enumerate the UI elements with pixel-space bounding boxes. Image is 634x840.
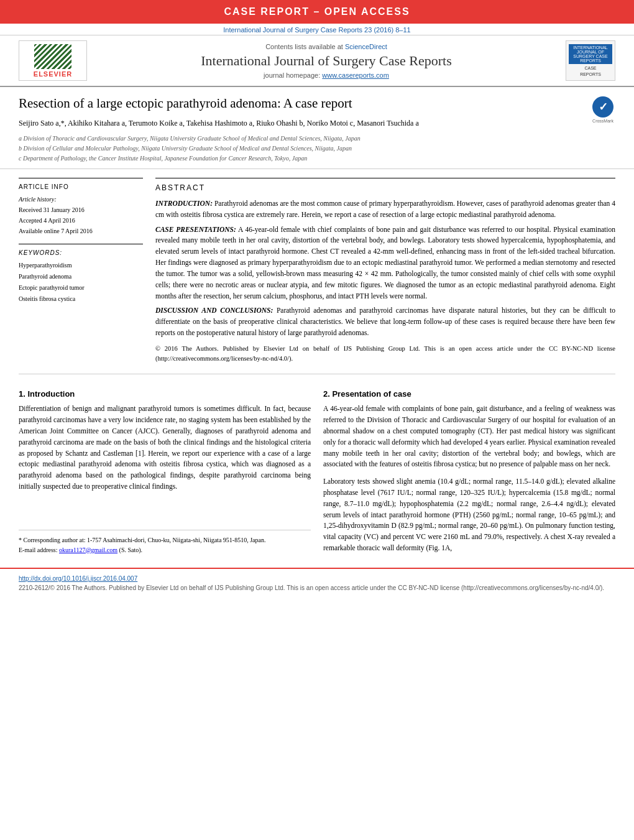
elsevier-tree-icon [34,44,71,69]
doi-link[interactable]: http://dx.doi.org/10.1016/j.ijscr.2016.0… [19,575,137,582]
crossmark[interactable]: ✓ CrossMark [590,96,615,124]
abstract-section: ABSTRACT INTRODUCTION: Parathyroid adeno… [155,178,615,364]
keyword-4: Osteitis fibrosa cystica [19,293,143,305]
section-divider [19,374,615,374]
footnotes-area: * Corresponding author at: 1-757 Asahima… [19,530,311,555]
abstract-intro-para: INTRODUCTION: Parathyroid adenomas are t… [155,198,615,221]
journal-title: International Journal of Surgery Case Re… [87,53,566,69]
surgery-badge: INTERNATIONAL JOURNAL OF SURGERY CASE RE… [566,40,615,81]
footnote-email-name: (S. Sato). [119,547,143,553]
footnote-email: E-mail address: okura1127@gmail.com (S. … [19,545,311,555]
homepage-link[interactable]: www.casereports.com [322,72,389,79]
journal-ref-line: International Journal of Surgery Case Re… [0,24,634,35]
history-label: Article history: [19,196,57,203]
open-access-note: © 2016 The Authors. Published by Elsevie… [155,344,615,364]
article-title: Resection of a large ectopic parathyroid… [19,96,615,111]
elsevier-logo-text: ELSEVIER [34,70,72,78]
badge-header-text: INTERNATIONAL JOURNAL OF SURGERY CASE RE… [569,44,612,64]
badge-body: CASEREPORTS [580,65,601,76]
article-info-content: Article history: Received 31 January 201… [19,194,143,236]
article-info-col: ARTICLE INFO Article history: Received 3… [19,178,143,367]
keywords-list: Hyperparathyroidism Parathyroid adenoma … [19,260,143,305]
journal-header: ELSEVIER Contents lists available at Sci… [0,35,634,87]
contents-line: Contents lists available at ScienceDirec… [87,43,566,50]
case-text-2: Laboratory tests showed slight anemia (1… [323,476,615,554]
case-col: 2. Presentation of case A 46-year-old fe… [323,389,615,560]
elsevier-logo: ELSEVIER [19,40,87,81]
affiliation-c: c Department of Pathology, the Cancer In… [19,154,615,164]
discussion-label: DISCUSSION AND CONCLUSIONS: [155,307,273,314]
intro-heading: 1. Introduction [19,389,311,399]
affiliations: a Division of Thoracic and Cardiovascula… [19,134,615,164]
doi-line: http://dx.doi.org/10.1016/j.ijscr.2016.0… [19,575,615,582]
abstract-discussion-para: DISCUSSION AND CONCLUSIONS: Parathyroid … [155,305,615,338]
email-link[interactable]: okura1127@gmail.com [59,547,117,553]
keyword-1: Hyperparathyroidism [19,260,143,271]
crossmark-label: CrossMark [592,119,613,123]
available-date: Available online 7 April 2016 [19,228,93,234]
case-label: CASE PRESENTATIONS: [155,226,236,233]
abstract-case-para: CASE PRESENTATIONS: A 46-year-old female… [155,224,615,302]
main-content: 1. Introduction Differentiation of benig… [0,381,634,560]
copyright-line: 2210-2612/© 2016 The Authors. Published … [19,584,615,591]
keyword-3: Ectopic parathyroid tumor [19,282,143,293]
intro-label: INTRODUCTION: [155,200,213,207]
abstract-heading: ABSTRACT [155,183,615,192]
accepted-date: Accepted 4 April 2016 [19,217,75,224]
crossmark-icon: ✓ [592,96,613,118]
article-info-section: ARTICLE INFO Article history: Received 3… [19,178,143,236]
keyword-2: Parathyroid adenoma [19,271,143,282]
case-heading: 2. Presentation of case [323,389,615,399]
journal-ref-text: International Journal of Surgery Case Re… [223,26,410,34]
header-bar-text: CASE REPORT – OPEN ACCESS [224,6,410,17]
keywords-section: Keywords: Hyperparathyroidism Parathyroi… [19,244,143,305]
header-bar: CASE REPORT – OPEN ACCESS [0,0,634,24]
journal-homepage: journal homepage: www.casereports.com [87,72,566,79]
keywords-heading: Keywords: [19,249,143,256]
abstract-col: ABSTRACT INTRODUCTION: Parathyroid adeno… [155,178,615,367]
bottom-bar: http://dx.doi.org/10.1016/j.ijscr.2016.0… [0,568,634,598]
sciencedirect-link[interactable]: ScienceDirect [345,43,387,50]
case-text: A 46-year-old female with chief complain… [155,226,615,300]
case-text-1: A 46-year-old female with complaints of … [323,404,615,470]
intro-text: Parathyroid adenomas are the most common… [155,200,615,218]
abstract-content: INTRODUCTION: Parathyroid adenomas are t… [155,198,615,364]
journal-header-center: Contents lists available at ScienceDirec… [87,43,566,79]
article-info-heading: ARTICLE INFO [19,183,143,190]
affiliation-a: a Division of Thoracic and Cardiovascula… [19,134,615,144]
article-authors: Seijiro Sato a,*, Akihiko Kitahara a, Te… [19,118,615,129]
intro-text: Differentiation of benign and malignant … [19,404,311,492]
affiliation-b: b Division of Cellular and Molecular Pat… [19,144,615,154]
section-divider-container [0,374,634,374]
intro-col: 1. Introduction Differentiation of benig… [19,389,311,560]
received-date: Received 31 January 2016 [19,206,85,213]
two-col-section: ARTICLE INFO Article history: Received 3… [0,169,634,367]
footnote-corresponding: * Corresponding author at: 1-757 Asahima… [19,535,311,545]
article-title-area: Resection of a large ectopic parathyroid… [0,87,634,169]
